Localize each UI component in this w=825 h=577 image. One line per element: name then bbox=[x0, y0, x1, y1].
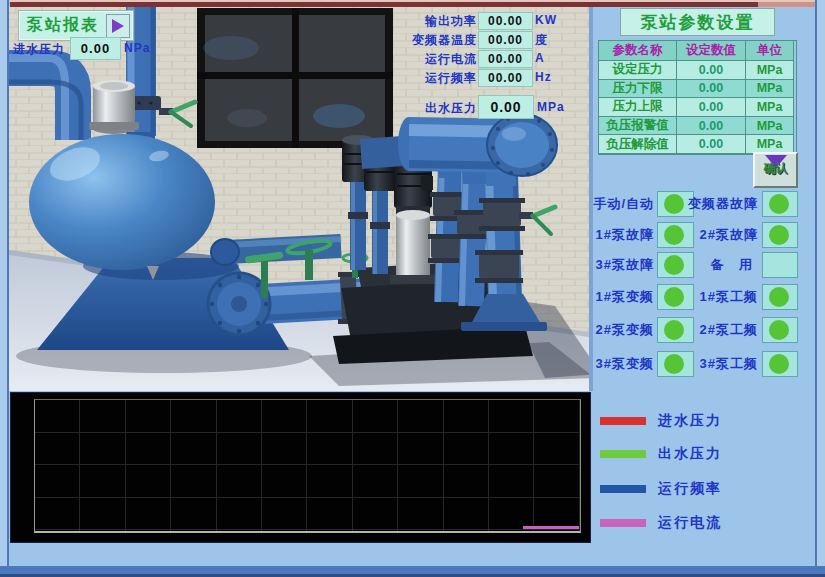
indicator-label-pump1-fault: 1#泵故障 bbox=[560, 226, 654, 244]
setting-row-value[interactable]: 0.00 bbox=[677, 80, 746, 99]
indicator-lamp bbox=[762, 222, 798, 248]
legend-label-current: 运行电流 bbox=[658, 514, 722, 532]
indicator-label-pump2-vfd: 2#泵变频 bbox=[560, 321, 654, 339]
legend-swatch-frequency bbox=[600, 485, 646, 493]
inlet-pressure-value: 0.00 bbox=[70, 37, 121, 60]
running-current-trace bbox=[523, 526, 579, 529]
inverter-temp-unit: 度 bbox=[535, 32, 548, 49]
indicator-lamp bbox=[762, 284, 798, 310]
legend-label-inlet: 进水压力 bbox=[658, 412, 722, 430]
running-current-label: 运行电流 bbox=[382, 51, 477, 68]
legend-swatch-inlet bbox=[600, 417, 646, 425]
inverter-temp-label: 变频器温度 bbox=[382, 32, 477, 49]
outlet-pressure-value: 0.00 bbox=[478, 95, 534, 119]
indicator-lamp bbox=[762, 191, 798, 217]
outlet-pressure-label: 出水压力 bbox=[413, 100, 477, 117]
running-current-value: 00.00 bbox=[478, 50, 533, 68]
setting-row-name: 设定压力 bbox=[599, 61, 677, 80]
settings-col-value: 设定数值 bbox=[677, 41, 746, 61]
outlet-pressure-unit: MPa bbox=[537, 100, 565, 114]
lamp-dot bbox=[769, 194, 789, 214]
top-strip bbox=[10, 2, 758, 7]
legend-swatch-current bbox=[600, 519, 646, 527]
window bbox=[197, 8, 393, 148]
output-power-unit: KW bbox=[535, 13, 557, 27]
running-frequency-unit: Hz bbox=[535, 70, 552, 84]
settings-col-name: 参数名称 bbox=[599, 41, 677, 61]
right-frame-border bbox=[815, 0, 825, 577]
indicator-label-manual-auto: 手动/自动 bbox=[560, 195, 654, 213]
report-button[interactable]: 泵站报表 bbox=[19, 11, 133, 40]
legend-label-outlet: 出水压力 bbox=[658, 445, 722, 463]
lamp-dot bbox=[769, 225, 789, 245]
trend-chart bbox=[10, 392, 591, 543]
indicator-label-pump1-mains: 1#泵工频 bbox=[668, 288, 758, 306]
tank-air-vessel bbox=[89, 80, 139, 134]
bottom-frame-bar bbox=[0, 566, 825, 574]
setting-row-value[interactable]: 0.00 bbox=[677, 98, 746, 117]
settings-panel-title: 泵站参数设置 bbox=[620, 8, 775, 36]
report-button-label: 泵站报表 bbox=[20, 15, 106, 36]
legend-swatch-outlet bbox=[600, 450, 646, 458]
settings-table: 参数名称 设定数值 单位 设定压力 0.00 MPa 压力下限 0.00 MPa… bbox=[598, 40, 797, 155]
indicator-lamp bbox=[762, 351, 798, 377]
pump-station-hmi: 泵站报表 进水压力 0.00 NPa 输出功率 00.00 KW 变频器温度 0… bbox=[0, 0, 825, 577]
setting-row-name: 负压报警值 bbox=[599, 117, 677, 136]
setting-row-unit: MPa bbox=[746, 117, 794, 136]
confirm-button[interactable]: 确认 bbox=[753, 152, 798, 188]
running-frequency-value: 00.00 bbox=[478, 69, 533, 87]
indicator-label-pump2-fault: 2#泵故障 bbox=[668, 226, 758, 244]
indicator-label-pump3-vfd: 3#泵变频 bbox=[560, 355, 654, 373]
legend-label-frequency: 运行频率 bbox=[658, 480, 722, 498]
play-icon[interactable] bbox=[106, 14, 130, 38]
indicator-lamp bbox=[762, 317, 798, 343]
header-end-cap bbox=[487, 114, 557, 176]
indicator-label-inverter-fault: 变频器故障 bbox=[668, 195, 758, 213]
setting-row-unit: MPa bbox=[746, 80, 794, 99]
lamp-dot bbox=[769, 287, 789, 307]
setting-row-name: 负压解除值 bbox=[599, 135, 677, 154]
indicator-lamp bbox=[762, 252, 798, 278]
indicator-label-pump3-fault: 3#泵故障 bbox=[560, 256, 654, 274]
pump-silver-body bbox=[390, 206, 436, 284]
indicator-label-pump2-mains: 2#泵工频 bbox=[668, 321, 758, 339]
lamp-dot bbox=[769, 320, 789, 340]
setting-row-name: 压力上限 bbox=[599, 98, 677, 117]
settings-col-unit: 单位 bbox=[746, 41, 794, 61]
setting-row-value[interactable]: 0.00 bbox=[677, 135, 746, 154]
output-power-label: 输出功率 bbox=[382, 13, 477, 30]
indicator-label-spare: 备 用 bbox=[668, 256, 758, 274]
setting-row-unit: MPa bbox=[746, 61, 794, 80]
setting-row-value[interactable]: 0.00 bbox=[677, 117, 746, 136]
indicator-label-pump1-vfd: 1#泵变频 bbox=[560, 288, 654, 306]
running-current-unit: A bbox=[535, 51, 545, 65]
lamp-dot bbox=[769, 354, 789, 374]
output-power-value: 00.00 bbox=[478, 12, 533, 30]
inlet-pressure-unit: NPa bbox=[124, 41, 150, 55]
running-frequency-label: 运行频率 bbox=[382, 70, 477, 87]
left-frame-border bbox=[0, 0, 9, 577]
inverter-temp-value: 00.00 bbox=[478, 31, 533, 49]
trend-chart-grid bbox=[34, 399, 581, 533]
indicator-label-pump3-mains: 3#泵工频 bbox=[668, 355, 758, 373]
setting-row-unit: MPa bbox=[746, 98, 794, 117]
setting-row-name: 压力下限 bbox=[599, 80, 677, 99]
setting-row-value[interactable]: 0.00 bbox=[677, 61, 746, 80]
confirm-button-label: 确认 bbox=[764, 160, 788, 177]
inlet-pressure-label: 进水压力 bbox=[13, 41, 65, 58]
top-strip-end bbox=[758, 2, 815, 7]
